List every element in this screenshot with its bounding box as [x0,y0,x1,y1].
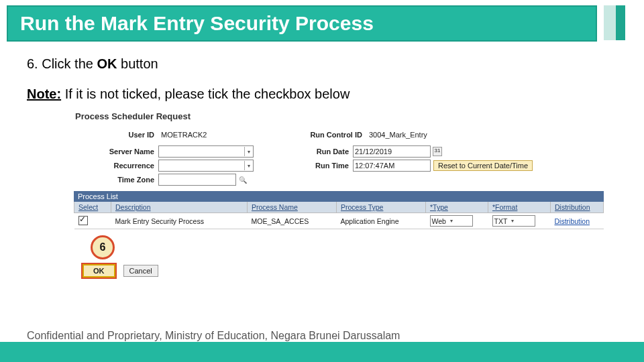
run-time-input[interactable]: 12:07:47AM [353,160,431,172]
cancel-button[interactable]: Cancel [123,265,158,277]
process-list-header: Process List [74,191,604,202]
chevron-down-icon: ▾ [244,147,253,156]
footer: Confidential and Proprietary, Ministry o… [0,326,644,362]
value-user-id: MOETRACK2 [158,131,209,139]
chevron-down-icon: ▾ [450,218,453,224]
format-select[interactable]: TXT▾ [492,215,535,227]
run-date-input[interactable]: 21/12/2019 [353,145,431,158]
label-run-time: Run Time [288,162,353,170]
process-list-table: Select Description Process Name Process … [74,202,604,229]
reset-date-time-button[interactable]: Reset to Current Date/Time [433,160,533,171]
cell-process-type: Application Engine [337,213,426,229]
col-distribution[interactable]: Distribution [551,202,604,213]
col-process-type[interactable]: Process Type [337,202,426,213]
content-area: 6. Click the OK button Note: If it is no… [0,42,644,229]
time-zone-input[interactable] [158,174,236,186]
cell-description: Mark Entry Security Process [111,213,248,229]
step-prefix: 6. Click the [27,56,97,71]
step-instruction: 6. Click the OK button [27,56,617,72]
col-format[interactable]: Format [488,202,551,213]
search-icon[interactable] [239,176,247,184]
scheduler-heading: Process Scheduler Request [75,111,604,121]
server-name-select[interactable]: ▾ [158,145,254,158]
label-run-date: Run Date [288,147,353,156]
step-bold: OK [97,56,117,71]
chevron-down-icon: ▾ [511,218,514,224]
label-server-name: Server Name [74,147,158,156]
label-time-zone: Time Zone [74,176,158,184]
slide-title: Run the Mark Entry Security Process [7,5,597,42]
label-user-id: User ID [74,131,158,139]
table-row: Mark Entry Security Process MOE_SA_ACCES… [74,213,604,229]
calendar-icon[interactable]: 31 [433,147,442,156]
type-select[interactable]: Web▾ [430,215,473,227]
col-description[interactable]: Description [111,202,248,213]
ok-button[interactable]: OK [83,264,115,278]
chevron-down-icon: ▾ [244,161,253,170]
label-recurrence: Recurrence [74,162,158,170]
label-run-control-id: Run Control ID [288,131,366,139]
note-label: Note: [27,86,61,101]
footer-bar [0,342,644,362]
note-text: If it is not ticked, please tick the che… [61,86,350,101]
cell-process-name: MOE_SA_ACCES [248,213,337,229]
select-checkbox[interactable] [78,216,88,225]
col-select[interactable]: Select [74,202,111,213]
col-process-name[interactable]: Process Name [248,202,337,213]
step-suffix: button [117,56,158,71]
note-line: Note: If it is not ticked, please tick t… [27,86,617,102]
step-callout-6: 6 [91,235,115,259]
scheduler-screenshot: Process Scheduler Request User ID MOETRA… [74,111,604,229]
corner-accent [604,5,644,40]
recurrence-select[interactable]: ▾ [158,160,254,172]
value-run-control-id: 3004_Mark_Entry [366,131,430,139]
col-type[interactable]: Type [426,202,488,213]
footer-text: Confidential and Proprietary, Ministry o… [0,326,644,342]
distribution-link[interactable]: Distribution [555,217,590,225]
